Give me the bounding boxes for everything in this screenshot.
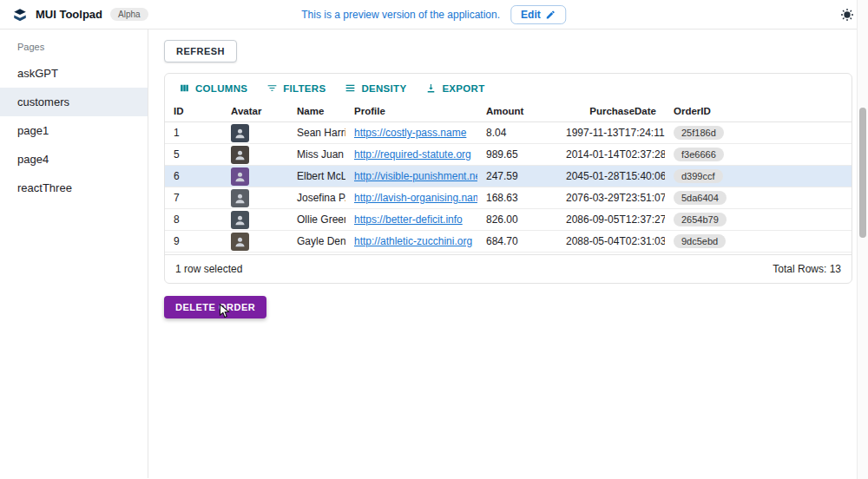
toolpad-logo-icon — [12, 7, 28, 23]
table-row[interactable]: 5 Miss Juan ... http://required-statute.… — [165, 144, 852, 166]
column-header-name[interactable]: Name — [288, 106, 345, 116]
theme-toggle-button[interactable] — [838, 6, 856, 23]
order-id-chip: 9dc5ebd — [674, 234, 726, 248]
edit-button[interactable]: Edit — [510, 5, 567, 24]
table-row[interactable]: 8 Ollie Green... https://better-deficit.… — [165, 209, 852, 231]
cell-id: 7 — [165, 192, 222, 204]
cell-purchase-date: 2088-05-04T02:31:03.294Z — [557, 235, 665, 247]
sidebar-section-label: Pages — [0, 33, 148, 59]
cell-id: 6 — [165, 170, 222, 182]
cell-amount: 989.65 — [477, 148, 557, 161]
table-row[interactable]: 1 Sean Harris https://costly-pass.name 8… — [165, 122, 852, 144]
column-header-purchasedate[interactable]: PurchaseDate — [557, 106, 665, 116]
sidebar-item-label: page4 — [17, 153, 49, 166]
table-row[interactable]: 6 Elbert McL... http://visible-punishmen… — [165, 166, 852, 187]
app-bar: MUI Toolpad Alpha This is a preview vers… — [0, 0, 868, 30]
sidebar-item-label: customers — [17, 95, 69, 108]
sidebar-item-reactthree[interactable]: reactThree — [0, 174, 148, 202]
columns-button-label: COLUMNS — [195, 83, 247, 94]
export-button[interactable]: EXPORT — [418, 79, 491, 97]
sun-icon — [840, 8, 854, 22]
order-id-chip: 5da6404 — [674, 191, 727, 205]
cell-avatar — [222, 233, 288, 251]
filters-button-label: FILTERS — [283, 83, 326, 94]
main-content: REFRESH COLUMNS FILTERS — [148, 30, 868, 478]
selected-rows-status: 1 row selected — [175, 263, 242, 275]
cell-avatar — [222, 124, 288, 142]
cell-amount: 8.04 — [477, 127, 557, 139]
cell-avatar — [222, 189, 288, 207]
cell-id: 5 — [165, 148, 222, 161]
edit-button-label: Edit — [521, 9, 541, 21]
profile-link[interactable]: http://required-statute.org — [354, 148, 471, 161]
sidebar-item-page4[interactable]: page4 — [0, 145, 148, 174]
sidebar-item-customers[interactable]: customers — [0, 88, 148, 116]
column-header-amount[interactable]: Amount — [477, 106, 557, 116]
grid-body: 1 Sean Harris https://costly-pass.name 8… — [165, 122, 852, 254]
order-id-chip: f3e6666 — [674, 148, 724, 161]
order-id-chip: d399ccf — [674, 169, 723, 183]
cell-name: Miss Juan ... — [288, 148, 345, 161]
sidebar: Pages askGPT customers page1 page4 react… — [0, 30, 148, 478]
cell-name: Elbert McL... — [288, 170, 345, 182]
sidebar-item-page1[interactable]: page1 — [0, 116, 148, 145]
columns-icon — [179, 82, 190, 94]
refresh-button[interactable]: REFRESH — [164, 40, 237, 62]
cell-purchase-date: 2014-01-14T02:37:28.536Z — [557, 148, 665, 161]
cell-name: Gayle Den... — [288, 235, 345, 247]
sidebar-items: askGPT customers page1 page4 reactThree — [0, 59, 148, 202]
column-header-id[interactable]: ID — [165, 106, 222, 116]
cell-id: 9 — [165, 235, 222, 247]
scrollbar-thumb[interactable] — [859, 108, 866, 238]
grid-footer: 1 row selected Total Rows: 13 — [165, 254, 852, 283]
profile-link[interactable]: http://visible-punishment.net — [354, 170, 477, 182]
sidebar-item-askgpt[interactable]: askGPT — [0, 59, 148, 88]
profile-link[interactable]: https://better-deficit.info — [354, 213, 463, 226]
table-row[interactable]: 7 Josefina P... http://lavish-organising… — [165, 187, 852, 209]
delete-order-button[interactable]: DELETE ORDER — [164, 296, 266, 318]
cell-amount: 247.59 — [477, 170, 557, 182]
profile-link[interactable]: http://athletic-zucchini.org — [354, 235, 472, 247]
cell-id: 1 — [165, 127, 222, 139]
cell-purchase-date: 1997-11-13T17:24:11.769Z — [557, 127, 665, 139]
sidebar-item-label: page1 — [17, 124, 49, 137]
app-title: MUI Toolpad — [36, 8, 102, 21]
cell-purchase-date: 2086-09-05T12:37:27.015Z — [557, 213, 665, 226]
avatar — [231, 167, 249, 186]
cell-id: 8 — [165, 213, 222, 226]
cell-avatar — [222, 211, 288, 229]
order-id-chip: 2654b79 — [674, 213, 727, 226]
cell-amount: 168.63 — [477, 192, 557, 204]
filters-button[interactable]: FILTERS — [260, 79, 332, 97]
density-button-label: DENSITY — [361, 83, 406, 94]
cell-name: Josefina P... — [288, 192, 345, 204]
avatar — [231, 146, 249, 164]
avatar — [231, 211, 249, 229]
cell-amount: 684.70 — [477, 235, 557, 247]
data-grid: COLUMNS FILTERS DENSITY — [164, 73, 852, 284]
column-header-profile[interactable]: Profile — [345, 106, 477, 116]
density-icon — [345, 82, 356, 94]
column-header-avatar[interactable]: Avatar — [222, 106, 288, 116]
grid-header-row: ID Avatar Name Profile Amount PurchaseDa… — [165, 101, 852, 122]
cell-name: Ollie Green... — [288, 213, 345, 226]
sidebar-item-label: askGPT — [17, 67, 58, 80]
cell-purchase-date: 2076-03-29T23:51:07.968Z — [557, 192, 665, 204]
avatar — [231, 233, 249, 251]
cell-name: Sean Harris — [288, 127, 345, 139]
profile-link[interactable]: https://costly-pass.name — [354, 127, 466, 139]
sidebar-item-label: reactThree — [17, 181, 72, 194]
cell-purchase-date: 2045-01-28T15:40:06.325Z — [557, 170, 665, 182]
columns-button[interactable]: COLUMNS — [172, 79, 254, 97]
alpha-badge: Alpha — [110, 8, 148, 21]
column-header-orderid[interactable]: OrderID — [665, 106, 852, 116]
preview-banner-text: This is a preview version of the applica… — [301, 9, 500, 21]
page-scrollbar — [857, 0, 868, 479]
cell-avatar — [222, 167, 288, 186]
total-rows-status: Total Rows: 13 — [773, 263, 841, 275]
density-button[interactable]: DENSITY — [338, 79, 413, 97]
profile-link[interactable]: http://lavish-organising.name — [354, 192, 477, 204]
table-row[interactable]: 9 Gayle Den... http://athletic-zucchini.… — [165, 231, 852, 253]
download-icon — [425, 82, 437, 94]
export-button-label: EXPORT — [442, 83, 484, 94]
